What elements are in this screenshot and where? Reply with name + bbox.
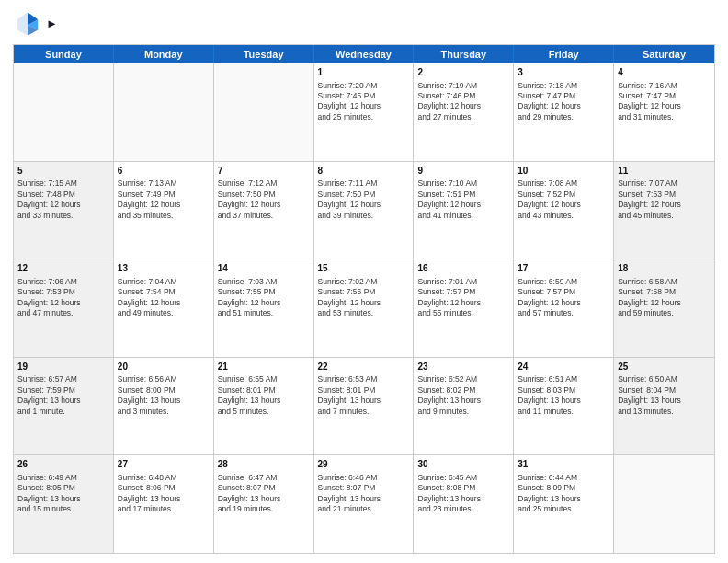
- day-number: 18: [618, 262, 711, 275]
- header: ►: [13, 9, 715, 39]
- cal-cell: 23Sunrise: 6:52 AM Sunset: 8:02 PM Dayli…: [414, 358, 514, 455]
- day-number: 16: [417, 262, 509, 275]
- day-number: 8: [318, 165, 410, 178]
- day-info: Sunrise: 6:57 AM Sunset: 7:59 PM Dayligh…: [17, 374, 81, 415]
- calendar: SundayMondayTuesdayWednesdayThursdayFrid…: [13, 44, 715, 554]
- day-info: Sunrise: 6:51 AM Sunset: 8:03 PM Dayligh…: [518, 374, 581, 415]
- day-info: Sunrise: 6:48 AM Sunset: 8:06 PM Dayligh…: [118, 473, 181, 513]
- day-number: 22: [318, 361, 410, 373]
- day-info: Sunrise: 7:07 AM Sunset: 7:53 PM Dayligh…: [618, 178, 681, 219]
- cal-cell: 20Sunrise: 6:56 AM Sunset: 8:00 PM Dayli…: [114, 358, 214, 455]
- cal-cell: [114, 63, 214, 161]
- day-info: Sunrise: 7:15 AM Sunset: 7:48 PM Dayligh…: [17, 178, 81, 219]
- cal-cell: 26Sunrise: 6:49 AM Sunset: 8:05 PM Dayli…: [14, 455, 114, 553]
- week-row-5: 26Sunrise: 6:49 AM Sunset: 8:05 PM Dayli…: [14, 455, 714, 553]
- day-info: Sunrise: 7:02 AM Sunset: 7:56 PM Dayligh…: [318, 277, 381, 317]
- day-number: 19: [17, 361, 109, 373]
- day-number: 20: [118, 361, 210, 373]
- day-number: 6: [118, 165, 210, 178]
- day-header-wednesday: Wednesday: [314, 45, 415, 63]
- calendar-body: 1Sunrise: 7:20 AM Sunset: 7:45 PM Daylig…: [14, 63, 714, 553]
- logo: ►: [13, 9, 58, 39]
- cal-cell: 8Sunrise: 7:11 AM Sunset: 7:50 PM Daylig…: [314, 162, 415, 259]
- cal-cell: 13Sunrise: 7:04 AM Sunset: 7:54 PM Dayli…: [114, 259, 214, 357]
- day-info: Sunrise: 6:45 AM Sunset: 8:08 PM Dayligh…: [417, 473, 481, 513]
- day-number: 15: [318, 262, 410, 275]
- cal-cell: 7Sunrise: 7:12 AM Sunset: 7:50 PM Daylig…: [214, 162, 314, 259]
- day-number: 29: [318, 458, 410, 471]
- day-info: Sunrise: 6:55 AM Sunset: 8:01 PM Dayligh…: [218, 374, 281, 415]
- calendar-header: SundayMondayTuesdayWednesdayThursdayFrid…: [14, 45, 714, 63]
- day-number: 25: [618, 361, 711, 373]
- cal-cell: 28Sunrise: 6:47 AM Sunset: 8:07 PM Dayli…: [214, 455, 314, 553]
- day-info: Sunrise: 6:59 AM Sunset: 7:57 PM Dayligh…: [518, 277, 581, 317]
- day-info: Sunrise: 7:01 AM Sunset: 7:57 PM Dayligh…: [417, 277, 481, 317]
- day-info: Sunrise: 7:18 AM Sunset: 7:47 PM Dayligh…: [518, 81, 581, 121]
- day-info: Sunrise: 6:44 AM Sunset: 8:09 PM Dayligh…: [518, 473, 581, 513]
- day-number: 10: [518, 165, 609, 178]
- day-info: Sunrise: 7:08 AM Sunset: 7:52 PM Dayligh…: [518, 178, 581, 219]
- cal-cell: 9Sunrise: 7:10 AM Sunset: 7:51 PM Daylig…: [414, 162, 514, 259]
- cal-cell: 27Sunrise: 6:48 AM Sunset: 8:06 PM Dayli…: [114, 455, 214, 553]
- cal-cell: 24Sunrise: 6:51 AM Sunset: 8:03 PM Dayli…: [514, 358, 614, 455]
- cal-cell: [614, 455, 714, 553]
- day-number: 14: [218, 262, 310, 275]
- cal-cell: 19Sunrise: 6:57 AM Sunset: 7:59 PM Dayli…: [14, 358, 114, 455]
- day-info: Sunrise: 6:52 AM Sunset: 8:02 PM Dayligh…: [417, 374, 481, 415]
- day-info: Sunrise: 6:58 AM Sunset: 7:58 PM Dayligh…: [618, 277, 681, 317]
- week-row-4: 19Sunrise: 6:57 AM Sunset: 7:59 PM Dayli…: [14, 358, 714, 456]
- day-info: Sunrise: 6:56 AM Sunset: 8:00 PM Dayligh…: [118, 374, 181, 415]
- cal-cell: 1Sunrise: 7:20 AM Sunset: 7:45 PM Daylig…: [314, 63, 415, 161]
- logo-icon: [13, 9, 42, 39]
- page: ► SundayMondayTuesdayWednesdayThursdayFr…: [0, 0, 728, 563]
- day-header-sunday: Sunday: [14, 45, 114, 63]
- day-info: Sunrise: 6:50 AM Sunset: 8:04 PM Dayligh…: [618, 374, 681, 415]
- cal-cell: 15Sunrise: 7:02 AM Sunset: 7:56 PM Dayli…: [314, 259, 415, 357]
- day-info: Sunrise: 6:46 AM Sunset: 8:07 PM Dayligh…: [318, 473, 381, 513]
- day-info: Sunrise: 6:47 AM Sunset: 8:07 PM Dayligh…: [218, 473, 281, 513]
- day-header-monday: Monday: [114, 45, 214, 63]
- cal-cell: 22Sunrise: 6:53 AM Sunset: 8:01 PM Dayli…: [314, 358, 415, 455]
- day-number: 26: [17, 458, 109, 471]
- day-header-friday: Friday: [514, 45, 614, 63]
- day-number: 28: [218, 458, 310, 471]
- day-info: Sunrise: 6:53 AM Sunset: 8:01 PM Dayligh…: [318, 374, 381, 415]
- day-info: Sunrise: 7:16 AM Sunset: 7:47 PM Dayligh…: [618, 81, 681, 121]
- cal-cell: 14Sunrise: 7:03 AM Sunset: 7:55 PM Dayli…: [214, 259, 314, 357]
- cal-cell: [214, 63, 314, 161]
- cal-cell: 10Sunrise: 7:08 AM Sunset: 7:52 PM Dayli…: [514, 162, 614, 259]
- cal-cell: 5Sunrise: 7:15 AM Sunset: 7:48 PM Daylig…: [14, 162, 114, 259]
- cal-cell: 18Sunrise: 6:58 AM Sunset: 7:58 PM Dayli…: [614, 259, 714, 357]
- day-info: Sunrise: 7:03 AM Sunset: 7:55 PM Dayligh…: [218, 277, 281, 317]
- cal-cell: 2Sunrise: 7:19 AM Sunset: 7:46 PM Daylig…: [414, 63, 514, 161]
- day-number: 3: [518, 66, 609, 79]
- cal-cell: 12Sunrise: 7:06 AM Sunset: 7:53 PM Dayli…: [14, 259, 114, 357]
- day-info: Sunrise: 7:11 AM Sunset: 7:50 PM Dayligh…: [318, 178, 381, 219]
- cal-cell: 4Sunrise: 7:16 AM Sunset: 7:47 PM Daylig…: [614, 63, 714, 161]
- day-number: 9: [417, 165, 509, 178]
- cal-cell: 16Sunrise: 7:01 AM Sunset: 7:57 PM Dayli…: [414, 259, 514, 357]
- day-number: 27: [118, 458, 210, 471]
- day-number: 4: [618, 66, 711, 79]
- cal-cell: 17Sunrise: 6:59 AM Sunset: 7:57 PM Dayli…: [514, 259, 614, 357]
- day-info: Sunrise: 7:13 AM Sunset: 7:49 PM Dayligh…: [118, 178, 181, 219]
- cal-cell: [14, 63, 114, 161]
- cal-cell: 30Sunrise: 6:45 AM Sunset: 8:08 PM Dayli…: [414, 455, 514, 553]
- day-info: Sunrise: 6:49 AM Sunset: 8:05 PM Dayligh…: [17, 473, 81, 513]
- logo-text: ►: [46, 17, 58, 31]
- day-number: 31: [518, 458, 609, 471]
- day-info: Sunrise: 7:12 AM Sunset: 7:50 PM Dayligh…: [218, 178, 281, 219]
- day-info: Sunrise: 7:10 AM Sunset: 7:51 PM Dayligh…: [417, 178, 481, 219]
- week-row-3: 12Sunrise: 7:06 AM Sunset: 7:53 PM Dayli…: [14, 259, 714, 358]
- day-number: 2: [417, 66, 509, 79]
- day-header-tuesday: Tuesday: [214, 45, 314, 63]
- day-header-thursday: Thursday: [414, 45, 514, 63]
- day-info: Sunrise: 7:20 AM Sunset: 7:45 PM Dayligh…: [318, 81, 381, 121]
- day-info: Sunrise: 7:19 AM Sunset: 7:46 PM Dayligh…: [417, 81, 481, 121]
- cal-cell: 29Sunrise: 6:46 AM Sunset: 8:07 PM Dayli…: [314, 455, 415, 553]
- cal-cell: 6Sunrise: 7:13 AM Sunset: 7:49 PM Daylig…: [114, 162, 214, 259]
- day-number: 17: [518, 262, 609, 275]
- day-number: 5: [17, 165, 109, 178]
- day-number: 24: [518, 361, 609, 373]
- day-number: 23: [417, 361, 509, 373]
